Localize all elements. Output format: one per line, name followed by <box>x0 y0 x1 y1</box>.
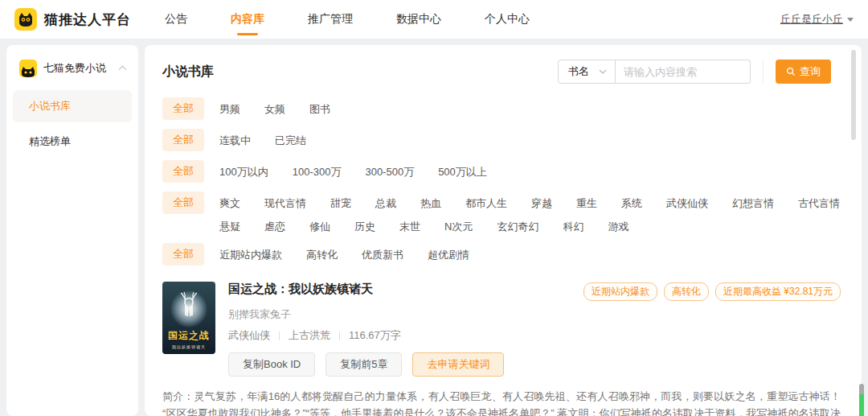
nav-item-link[interactable]: 个人中心 <box>485 10 530 29</box>
user-menu[interactable]: 丘丘是丘小丘 <box>780 12 854 27</box>
filter-option[interactable]: 虐恋 <box>264 220 285 234</box>
filter-row: 全部男频女频图书 <box>162 97 841 120</box>
filter-option[interactable]: 都市人生 <box>465 196 507 211</box>
filter-option[interactable]: 武侠仙侠 <box>666 196 708 211</box>
filter-option[interactable]: 女频 <box>264 102 285 117</box>
brand-cat-logo-icon <box>14 8 37 31</box>
sidebar: 七猫免费小说 小说书库精选榜单 <box>6 45 138 416</box>
book-meta-item: 116.67万字 <box>349 328 401 343</box>
cover-title: 国运之战 <box>162 329 215 343</box>
search-input[interactable] <box>616 60 751 84</box>
filter-chip-all[interactable]: 全部 <box>162 160 204 183</box>
book-title[interactable]: 国运之战：我以妖族镇诸天 <box>228 282 373 297</box>
book-title-row: 国运之战：我以妖族镇诸天近期站内爆款高转化近期最高收益 ¥32.81万元 <box>228 282 841 301</box>
filter-option[interactable]: 热血 <box>420 196 441 211</box>
filter-option[interactable]: 现代言情 <box>264 196 306 211</box>
filter-option[interactable]: 修仙 <box>309 220 330 234</box>
filter-options: 近期站内爆款高转化优质新书超优剧情 <box>219 243 469 262</box>
filter-option[interactable]: 近期站内爆款 <box>219 248 282 262</box>
sidebar-item[interactable]: 精选榜单 <box>13 126 132 158</box>
content-layout: 七猫免费小说 小说书库精选榜单 小说书库 书名 查询 全部男频女频图书全部 <box>0 39 868 416</box>
filter-option[interactable]: 爽文 <box>219 196 240 211</box>
filter-option[interactable]: 已完结 <box>275 134 306 148</box>
sidebar-group-label: 七猫免费小说 <box>43 61 113 76</box>
cover-subtitle: 我以妖族镇诸天 <box>162 344 215 349</box>
main-panel: 小说书库 书名 查询 全部男频女频图书全部连载中已完结全部100万以内100-3… <box>145 45 862 416</box>
chevron-down-icon <box>599 69 607 74</box>
copy-button[interactable]: 复制前5章 <box>326 352 402 377</box>
filter-option[interactable]: 幻想言情 <box>732 196 774 211</box>
book-tag: 近期最高收益 ¥32.81万元 <box>715 282 841 301</box>
filter-option[interactable]: 重生 <box>576 196 597 211</box>
filter-option[interactable]: 图书 <box>309 102 330 117</box>
book-list: 国运之战我以妖族镇诸天国运之战：我以妖族镇诸天近期站内爆款高转化近期最高收益 ¥… <box>162 282 841 416</box>
nav-item-active[interactable]: 内容库 <box>231 10 264 29</box>
nav-item-link[interactable]: 数据中心 <box>396 10 441 29</box>
divider <box>763 60 764 83</box>
nav-item-link[interactable]: 公告 <box>165 10 187 29</box>
filter-chip-all[interactable]: 全部 <box>162 129 204 151</box>
filter-option[interactable]: 高转化 <box>306 248 338 262</box>
page-title: 小说书库 <box>162 64 214 80</box>
meta-separator-icon <box>279 332 280 340</box>
filter-options: 男频女频图书 <box>219 97 330 117</box>
book-meta: 武侠仙侠上古洪荒116.67万字 <box>228 328 841 343</box>
top-header: 猫推达人平台 公告内容库推广管理数据中心个人中心 丘丘是丘小丘 <box>0 0 868 39</box>
filter-chip-all[interactable]: 全部 <box>162 97 204 120</box>
page-scrollbar-marker <box>859 394 864 416</box>
book-actions: 复制Book ID复制前5章去申请关键词 <box>228 352 841 377</box>
deer-art-icon <box>177 291 201 322</box>
filter-chip-all[interactable]: 全部 <box>162 243 204 266</box>
filter-option[interactable]: 总裁 <box>375 196 396 211</box>
filter-option[interactable]: 玄幻奇幻 <box>497 220 538 234</box>
apply-keyword-button[interactable]: 去申请关键词 <box>412 352 504 377</box>
filter-options: 连载中已完结 <box>219 129 306 148</box>
filter-options: 100万以内100-300万300-500万500万以上 <box>219 160 487 179</box>
nav-item-link[interactable]: 推广管理 <box>308 10 353 29</box>
filter-option[interactable]: N次元 <box>444 220 473 234</box>
filter-chip-all[interactable]: 全部 <box>162 192 204 214</box>
sidebar-group-qimao[interactable]: 七猫免费小说 <box>13 60 132 77</box>
query-button[interactable]: 查询 <box>776 60 831 84</box>
user-name[interactable]: 丘丘是丘小丘 <box>780 12 843 27</box>
qimao-cat-icon <box>19 60 37 77</box>
chevron-up-icon[interactable] <box>119 66 127 74</box>
filter-option[interactable]: 游戏 <box>608 220 628 234</box>
filter-option[interactable]: 优质新书 <box>362 248 403 262</box>
page-scrollbar-thumb[interactable] <box>859 384 864 394</box>
filter-option[interactable]: 末世 <box>399 220 420 234</box>
panel-scrollbar-thumb[interactable] <box>851 50 856 140</box>
filter-option[interactable]: 男频 <box>219 102 240 117</box>
page-scrollbar[interactable] <box>859 384 864 416</box>
filter-option[interactable]: 甜宠 <box>330 196 351 211</box>
book-meta-item: 上古洪荒 <box>289 328 330 343</box>
book-meta-item: 武侠仙侠 <box>228 328 270 343</box>
filter-option[interactable]: 科幻 <box>563 220 583 234</box>
search-field-select[interactable]: 书名 <box>558 60 616 84</box>
book-author: 别撵我家兔子 <box>228 307 841 322</box>
filter-option[interactable]: 超优剧情 <box>428 248 469 262</box>
filter-row: 全部100万以内100-300万300-500万500万以上 <box>162 160 841 183</box>
filter-option[interactable]: 系统 <box>621 196 642 211</box>
filter-option[interactable]: 300-500万 <box>365 165 414 179</box>
copy-button[interactable]: 复制Book ID <box>228 352 315 377</box>
filter-option[interactable]: 100万以内 <box>219 165 268 179</box>
filter-option[interactable]: 穿越 <box>531 196 552 211</box>
book-tags: 近期站内爆款高转化近期最高收益 ¥32.81万元 <box>583 282 841 301</box>
filter-option[interactable]: 100-300万 <box>293 165 342 179</box>
filter-option[interactable]: 连载中 <box>219 134 251 148</box>
filter-option[interactable]: 古代言情 <box>798 196 840 211</box>
filter-option[interactable]: 悬疑 <box>219 220 240 234</box>
meta-separator-icon <box>339 332 340 340</box>
filter-option[interactable]: 历史 <box>354 220 375 234</box>
sidebar-item[interactable]: 小说书库 <box>13 90 132 122</box>
filter-option[interactable]: 500万以上 <box>438 165 487 179</box>
book-tag: 高转化 <box>664 282 709 301</box>
search-field-value: 书名 <box>568 64 589 79</box>
filter-row: 全部爽文现代言情甜宠总裁热血都市人生穿越重生系统武侠仙侠幻想言情古代言情悬疑虐恋… <box>162 192 841 234</box>
main-header: 小说书库 书名 查询 <box>162 60 841 84</box>
book-cover[interactable]: 国运之战我以妖族镇诸天 <box>162 282 215 354</box>
search-area: 书名 查询 <box>558 60 831 84</box>
filters: 全部男频女频图书全部连载中已完结全部100万以内100-300万300-500万… <box>162 97 841 266</box>
caret-down-icon <box>847 18 854 22</box>
